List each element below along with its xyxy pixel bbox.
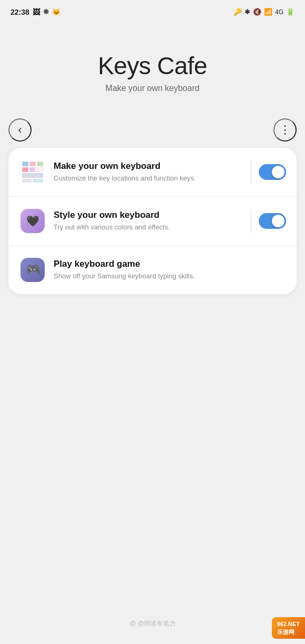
style-keyboard-toggle-wrap [251,209,286,233]
battery-icon: 🔋 [286,8,294,16]
svg-rect-1 [29,162,36,166]
back-button[interactable]: ‹ [8,118,32,142]
make-keyboard-title: Make your own keyboard [54,160,243,172]
nav-row: ‹ ⋮ [0,114,305,148]
app-header: Keys Cafe Make your own keyboard [0,21,305,114]
make-keyboard-toggle[interactable] [259,164,286,180]
heart-icon: 🖤 [26,215,39,227]
make-keyboard-toggle-wrap [251,160,286,184]
keyboard-icon: ♥ [21,160,45,184]
svg-rect-8 [22,179,32,183]
play-game-title: Play keyboard game [54,258,279,270]
toggle-divider-1 [251,160,251,184]
play-game-desc: Show off your Samsung keyboard typing sk… [54,271,279,281]
svg-rect-3 [22,167,28,172]
make-keyboard-desc: Customize the key locations and function… [54,174,243,183]
play-game-text: Play keyboard game Show off your Samsung… [46,258,286,281]
gallery-icon: 🖼 [33,8,40,16]
svg-rect-6 [35,167,43,172]
controller-icon: 🎮 [26,263,40,277]
style-icon: 🖤 [21,209,45,233]
menu-card: ♥ Make your own keyboard Customize the k… [8,148,297,294]
style-keyboard-toggle[interactable] [259,213,286,229]
snowflake-icon: ❊ [43,8,49,16]
key-icon: 🔑 [233,8,242,16]
game-icon-wrap: 🎮 [19,256,46,284]
toggle-knob-2 [272,215,284,227]
badge-line2: 乐游网 [277,628,300,636]
style-keyboard-desc: Try out with various colors and effects. [54,223,243,232]
mute-icon: 🔇 [253,8,261,16]
more-button[interactable]: ⋮ [273,118,297,142]
toggle-divider-2 [251,209,251,233]
style-keyboard-title: Style your own keyboard [54,209,243,221]
status-left: 22:38 🖼 ❊ 🐱 [11,8,60,16]
status-right: 🔑 ✱ 🔇 📶 4G 🔋 [233,8,294,16]
status-time: 22:38 [11,8,29,16]
make-keyboard-item[interactable]: ♥ Make your own keyboard Customize the k… [8,148,297,196]
svg-rect-7 [22,173,43,178]
svg-rect-0 [22,162,28,166]
style-keyboard-item[interactable]: 🖤 Style your own keyboard Try out with v… [8,196,297,245]
style-keyboard-text: Style your own keyboard Try out with var… [46,209,251,232]
network-label: 4G [275,8,283,16]
svg-rect-9 [33,179,43,183]
svg-rect-2 [37,162,43,166]
bluetooth-icon: ✱ [245,8,250,16]
back-icon: ‹ [18,123,22,137]
style-icon-wrap: 🖤 [19,207,46,235]
app-subtitle: Make your own keyboard [106,84,200,93]
game-icon: 🎮 [21,258,45,282]
keyboard-icon-wrap: ♥ [19,158,46,186]
wechat-icon: 🐱 [52,8,60,16]
corner-badge: 962.NET 乐游网 [272,617,305,639]
watermark-text: @ @阿谁有笔力 [129,620,176,627]
app-title: Keys Cafe [98,53,207,79]
status-bar: 22:38 🖼 ❊ 🐱 🔑 ✱ 🔇 📶 4G 🔋 [0,0,305,21]
badge-line1: 962.NET [277,620,300,628]
play-game-item[interactable]: 🎮 Play keyboard game Show off your Samsu… [8,245,297,294]
toggle-knob-1 [272,166,284,178]
watermark: @ @阿谁有笔力 [129,619,176,628]
more-icon: ⋮ [279,123,291,137]
make-keyboard-text: Make your own keyboard Customize the key… [46,160,251,183]
wifi-icon: 📶 [264,8,272,16]
